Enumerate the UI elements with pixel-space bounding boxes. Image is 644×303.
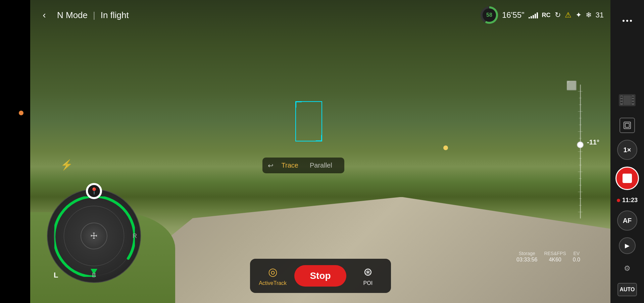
satellite-icon: ❄	[586, 11, 592, 19]
tick-14	[579, 178, 582, 179]
autofocus-button[interactable]: AF	[617, 210, 637, 231]
flight-time-display: 16'55"	[502, 10, 525, 20]
rc-label: RC	[542, 12, 551, 19]
tilt-angle-value: -11°	[587, 138, 599, 146]
stop-label: Stop	[310, 270, 331, 281]
location-button[interactable]: 📍	[86, 183, 102, 199]
svg-rect-10	[632, 102, 634, 103]
signal-bar-4	[535, 14, 536, 18]
tick-10	[578, 152, 583, 152]
auto-mode-button[interactable]: AUTO	[617, 283, 637, 296]
joystick-back-label: B	[92, 272, 96, 279]
battery-indicator: 58	[481, 6, 498, 24]
svg-rect-6	[621, 99, 623, 101]
tick-17	[579, 198, 582, 199]
subject-bounding-box	[295, 101, 322, 141]
status-dot	[19, 111, 23, 115]
signal-bar-2	[531, 16, 532, 18]
expand-button[interactable]	[620, 118, 635, 133]
flight-status-label: In flight	[101, 10, 129, 20]
joystick-knob[interactable]: ☩	[81, 223, 107, 249]
tilt-slider[interactable]: -11°	[577, 84, 584, 219]
joystick-outer-ring: F B R 📍 ☩	[47, 189, 141, 283]
resolution-value: 4K60	[549, 257, 561, 263]
tick-5	[579, 118, 582, 118]
rec-dot-icon	[617, 199, 620, 202]
tick-8	[579, 138, 582, 138]
storage-info: Storage 03:33:56	[516, 251, 537, 263]
compass-icon: ✦	[576, 11, 582, 19]
active-track-icon: ◎	[268, 265, 278, 278]
tick-15	[579, 185, 582, 185]
ev-value: 0.0	[573, 257, 580, 263]
tick-12	[579, 165, 582, 165]
zoom-label: 1×	[624, 146, 631, 154]
right-control-panel: 1× 11:23 AF ▶ ⚙ AUTO	[610, 0, 644, 303]
header-divider: |	[93, 10, 95, 20]
media-library-button[interactable]	[619, 94, 636, 108]
svg-rect-12	[625, 123, 629, 127]
joystick-right-label: R	[133, 233, 137, 240]
record-button[interactable]	[615, 167, 639, 190]
tick-16	[578, 192, 583, 192]
left-bar	[0, 0, 30, 303]
battery-percent: 58	[486, 12, 492, 18]
info-row: Storage 03:33:56 RES&FPS 4K60 EV 0.0	[516, 251, 580, 263]
stop-button[interactable]: Stop	[294, 265, 347, 287]
storage-time-value: 03:33:56	[516, 257, 537, 263]
recording-time: 11:23	[617, 197, 638, 204]
playback-button[interactable]: ▶	[619, 237, 636, 254]
trace-mode-button[interactable]: Trace	[278, 160, 302, 171]
tick-18	[579, 205, 582, 205]
tick-19	[578, 212, 583, 212]
settings-icon[interactable]: ⚙	[620, 261, 635, 276]
location-pin-icon: 📍	[90, 187, 98, 195]
poi-label: POI	[363, 280, 373, 286]
tick-7	[578, 131, 583, 132]
satellite-count: 31	[596, 11, 604, 19]
back-button[interactable]: ‹	[37, 8, 52, 22]
signal-bar-1	[529, 17, 530, 18]
main-drone-view: ‹ N Mode | In flight 58 16'55" RC	[30, 0, 610, 303]
location-button-inner: 📍	[88, 185, 100, 197]
tilt-handle[interactable]	[577, 141, 584, 148]
status-right-group: 58 16'55" RC ↻ ⚠ ✦ ❄ 31	[481, 6, 604, 24]
svg-rect-8	[632, 97, 634, 98]
film-strip-icon	[619, 94, 636, 106]
dot-2	[626, 20, 628, 22]
play-icon: ▶	[625, 242, 630, 249]
tick-4	[578, 111, 583, 112]
active-track-label: ActiveTrack	[259, 280, 287, 286]
active-track-button[interactable]: ◎ ActiveTrack	[253, 263, 293, 289]
joystick-control[interactable]: ⚡ F B R 📍	[47, 189, 141, 283]
tick-13	[578, 172, 583, 172]
record-stop-icon	[623, 174, 632, 183]
expand-icon	[623, 121, 631, 129]
flight-mode-label: N Mode	[57, 10, 88, 20]
dot-1	[623, 20, 625, 22]
resolution-info: RES&FPS 4K60	[544, 251, 566, 263]
tracked-object-dot	[443, 145, 448, 150]
tick-1	[578, 91, 583, 92]
zoom-button[interactable]: 1×	[617, 140, 637, 160]
tick-6	[579, 125, 582, 125]
sync-icon: ↻	[555, 11, 561, 19]
poi-icon: ⊛	[363, 265, 373, 278]
af-label: AF	[623, 217, 632, 225]
poi-button[interactable]: ⊛ POI	[348, 263, 388, 289]
mode-back-arrow-icon[interactable]: ↩	[268, 162, 274, 170]
parallel-mode-button[interactable]: Parallel	[303, 160, 339, 171]
bottom-control-bar: ◎ ActiveTrack Stop ⊛ POI	[250, 259, 391, 293]
more-options-button[interactable]	[621, 17, 634, 25]
auto-label: AUTO	[620, 287, 635, 293]
tick-3	[579, 105, 582, 105]
tick-2	[579, 98, 582, 98]
signal-strength-icon	[529, 12, 538, 18]
bottom-right-info-panel: Storage 03:33:56 RES&FPS 4K60 EV 0.0	[516, 251, 580, 263]
back-arrow-icon: ‹	[43, 10, 46, 20]
frame-overlay-icon[interactable]: ⬜	[566, 80, 577, 91]
warning-icon: ⚠	[565, 11, 572, 19]
tracking-box	[295, 101, 322, 141]
person-track-icon: ⚡	[60, 159, 73, 171]
svg-rect-7	[621, 102, 623, 103]
